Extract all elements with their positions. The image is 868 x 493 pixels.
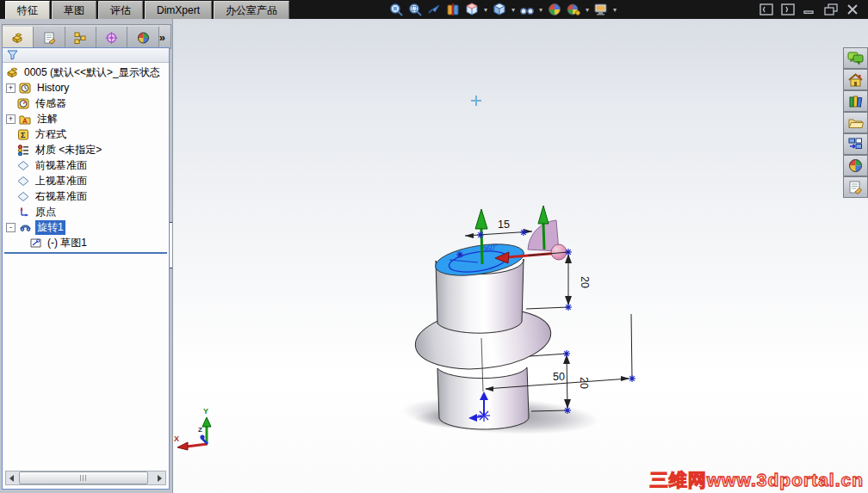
heads-up-view-toolbar: ▾ ▾ ▾ ▾ ▾ [388,1,618,18]
edit-appearance-icon[interactable] [546,1,563,18]
tree-item-front-plane[interactable]: 前视基准面 [3,157,169,173]
previous-view-icon[interactable] [425,1,443,18]
forum-icon [847,51,864,65]
propertymanager-tab[interactable] [34,27,65,48]
dimension-20-top[interactable]: 20 [579,276,591,288]
folder-icon [847,115,864,130]
dimension-point-marker [565,304,572,311]
expand-toggle-icon[interactable]: - [6,223,16,232]
dimension-point-marker [565,249,572,256]
origin-icon [16,206,30,218]
custom-properties-tab[interactable] [843,176,868,198]
expand-toggle-icon[interactable]: + [6,83,16,93]
triad-y-label: Y [203,407,208,416]
sketch-cursor-cross [471,96,481,106]
custom-properties-icon [847,180,864,194]
revolved-part-model[interactable] [400,239,600,439]
close-icon[interactable] [846,3,859,15]
featuremanager-tree-icon [10,31,25,45]
tree-root-part[interactable]: 0005 (默认<<默认>_显示状态 [3,65,169,80]
section-view-icon[interactable] [444,1,462,18]
restore-icon[interactable] [824,3,838,15]
tree-item-right-plane[interactable]: 右视基准面 [3,188,169,204]
design-library-tab[interactable] [843,90,868,112]
reference-triad: X Y Z [174,407,211,450]
filter-funnel-icon [7,50,18,60]
svg-text:A: A [22,117,28,125]
display-style-icon[interactable] [491,1,508,18]
plane-icon [16,190,30,202]
feature-tree-body: 0005 (默认<<默认>_显示状态 + History 传感器 [2,47,170,490]
triad-z-label: Z [198,426,202,434]
feature-tree: 0005 (默认<<默认>_显示状态 + History 传感器 [3,63,169,250]
view-settings-icon[interactable] [592,1,610,18]
displaymanager-tab[interactable] [127,27,158,48]
tree-item-history[interactable]: + History [3,80,169,96]
view-orientation-icon[interactable] [463,1,480,18]
pane-toggle-left-icon[interactable] [760,3,773,15]
expand-toggle-icon[interactable]: + [6,114,16,124]
tree-item-top-plane[interactable]: 上视基准面 [3,173,169,188]
material-icon [16,144,30,156]
tree-item-equations[interactable]: Σ 方程式 [3,126,169,142]
view-orientation-dropdown-icon[interactable]: ▾ [482,6,489,14]
tree-item-origin[interactable]: 原点 [3,204,169,219]
command-manager-tab-bar: 特征 草图 评估 DimXpert 办公室产品 ▾ [0,0,868,19]
ribbon-tab-evaluate[interactable]: 评估 [98,1,143,19]
axis-arrow-up-icon[interactable] [538,206,549,224]
home-tab[interactable] [843,69,868,90]
ribbon-tab-office-products[interactable]: 办公室产品 [214,1,289,19]
tree-item-annotations[interactable]: + A 注解 [3,111,169,126]
hide-show-dropdown-icon[interactable]: ▾ [537,6,544,14]
triad-y-arrow-icon [202,417,211,427]
zoom-to-fit-icon[interactable] [388,1,405,18]
ribbon-tab-dimxpert[interactable]: DimXpert [145,1,212,19]
graphics-area[interactable]: 360° 15 20 [172,19,868,493]
featuremanager-tree-tab[interactable] [3,27,34,48]
apply-scene-icon[interactable] [565,1,582,18]
scrollbar-thumb[interactable] [19,471,148,484]
zoom-to-area-icon[interactable] [406,1,424,18]
rollback-bar[interactable] [4,252,167,254]
tree-filter-bar[interactable] [3,48,169,63]
dimxpertmanager-icon [104,31,119,45]
pane-toggle-right-icon[interactable] [781,3,795,15]
scroll-left-icon[interactable] [6,472,17,484]
apply-scene-dropdown-icon[interactable]: ▾ [584,6,591,14]
display-style-dropdown-icon[interactable]: ▾ [510,6,517,14]
dimension-15[interactable]: 15 [498,219,510,231]
design-library-icon [847,94,864,108]
part-icon [5,66,19,78]
dimension-point-marker [629,375,636,382]
tree-item-sketch1[interactable]: (-) 草图1 [3,235,169,250]
minimize-icon[interactable] [803,3,816,15]
appearances-sphere-icon [847,158,864,173]
tree-horizontal-scrollbar[interactable] [5,471,166,485]
hide-show-items-icon[interactable] [518,1,536,18]
dimxpertmanager-tab[interactable] [96,27,127,48]
file-explorer-tab[interactable] [843,112,868,133]
ribbon-tabs: 特征 草图 评估 DimXpert 办公室产品 [5,1,291,19]
appearances-scenes-tab[interactable] [843,155,868,176]
panel-overflow-chevron[interactable]: » [159,27,170,48]
ribbon-tab-features[interactable]: 特征 [5,1,50,19]
view-palette-tab[interactable] [843,133,868,155]
watermark-text: 三维网www.3dportal.cn [650,468,864,492]
configurationmanager-icon [73,31,88,45]
tree-item-revolve1[interactable]: - 旋转1 [3,219,169,235]
solidworks-forum-tab[interactable] [843,47,868,69]
sketch-point-marker [456,251,463,258]
dimension-50[interactable]: 50 [553,371,565,383]
scroll-right-icon[interactable] [154,472,165,484]
dimension-20-mid[interactable]: 20 [578,377,590,389]
tree-item-sensors[interactable]: 传感器 [3,96,169,111]
triad-x-arrow-icon [177,442,188,450]
ribbon-tab-sketch[interactable]: 草图 [52,1,96,19]
viewport-canvas[interactable]: 360° 15 20 [173,19,868,493]
home-icon [847,72,864,87]
view-settings-dropdown-icon[interactable]: ▾ [611,6,618,14]
configurationmanager-tab[interactable] [65,27,96,48]
axis-arrow-up-icon[interactable] [475,209,487,229]
tree-item-label: 右视基准面 [34,189,89,204]
tree-item-material[interactable]: 材质 <未指定> [3,142,169,157]
